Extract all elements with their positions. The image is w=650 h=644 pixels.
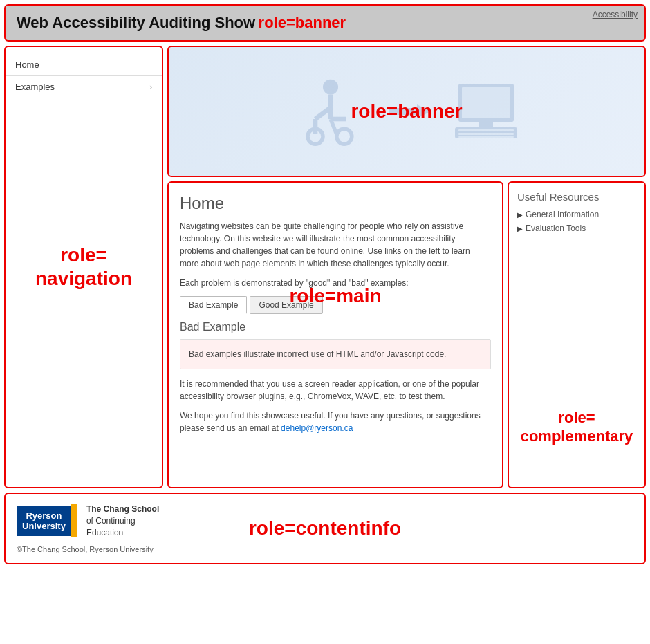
main-heading: Home [180, 194, 491, 213]
bad-example-box: Bad examples illustrate incorrect use of… [180, 339, 491, 369]
triangle-icon-evaluation: ▶ [517, 225, 523, 232]
accessibility-link[interactable]: Accessibility [593, 10, 638, 19]
banner-role-label: role=banner [259, 14, 346, 31]
nav-role-label: role=navigation [35, 243, 132, 290]
tab-bad-example[interactable]: Bad Example [180, 296, 247, 314]
svg-point-6 [337, 129, 352, 144]
sidebar-general-label: General Information [526, 210, 599, 219]
footer-school-text: The Chang School of ContinuingEducation [86, 504, 159, 538]
triangle-icon-general: ▶ [517, 211, 523, 219]
main-paragraph-1: Navigating websites can be quite challen… [180, 220, 491, 270]
nav-examples-label: Examples [15, 82, 55, 92]
school-subtitle: of ContinuingEducation [86, 516, 136, 537]
nav-item-home[interactable]: Home [6, 54, 162, 76]
school-name: The Chang School [86, 504, 159, 514]
complementary-panel: Useful Resources ▶ General Information ▶… [508, 181, 646, 488]
complementary-heading: Useful Resources [517, 191, 636, 203]
chevron-right-icon: › [149, 82, 152, 92]
logo-yellow-bar [71, 504, 77, 537]
footer-copyright: ©The Chang School, Ryerson University [17, 545, 633, 553]
main-paragraph-4: We hope you find this showcase useful. I… [180, 410, 491, 434]
banner-top: Web Accessibility Auditing Show role=ban… [4, 4, 646, 42]
sidebar-evaluation-label: Evaluation Tools [526, 223, 586, 233]
svg-rect-14 [458, 136, 514, 138]
complementary-role-label: role=complementary [521, 409, 633, 445]
right-column: role=banner Home Navigating websites can… [167, 46, 646, 488]
footer-role-label: role=contentinfo [249, 517, 401, 540]
main-role-label: role=main [289, 285, 381, 307]
main-paragraph-3: It is recommended that you use a screen … [180, 378, 491, 403]
svg-line-7 [331, 119, 337, 134]
svg-rect-10 [462, 87, 510, 118]
navigation-panel: Home Examples › role=navigation [4, 46, 163, 488]
ryerson-logo: RyersonUniversity [17, 504, 77, 537]
email-link[interactable]: dehelp@ryerson.ca [281, 423, 353, 433]
page-title: Web Accessibility Auditing Show [17, 14, 255, 31]
footer-panel: RyersonUniversity The Chang School of Co… [4, 493, 646, 564]
svg-rect-15 [479, 122, 493, 127]
content-sidebar-row: Home Navigating websites can be quite ch… [167, 181, 646, 488]
example-box-title: Bad Example [180, 321, 491, 333]
sidebar-link-general[interactable]: ▶ General Information [517, 210, 636, 219]
svg-rect-13 [458, 133, 514, 135]
main-content: Home Navigating websites can be quite ch… [167, 181, 503, 488]
svg-rect-12 [458, 129, 514, 131]
middle-row: Home Examples › role=navigation [4, 46, 646, 488]
hero-role-label: role=banner [351, 100, 462, 122]
svg-point-0 [323, 80, 338, 95]
hero-banner: role=banner [167, 46, 646, 177]
sidebar-link-evaluation[interactable]: ▶ Evaluation Tools [517, 223, 636, 233]
logo-blue-box: RyersonUniversity [17, 506, 71, 536]
nav-item-examples[interactable]: Examples › [6, 76, 162, 98]
